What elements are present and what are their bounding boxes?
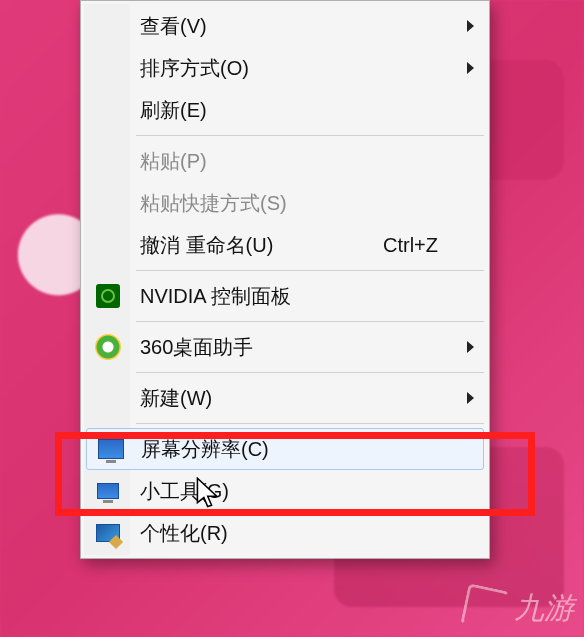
- submenu-arrow-icon: [467, 392, 474, 404]
- menu-separator: [136, 372, 484, 373]
- menu-nvidia-label: NVIDIA 控制面板: [140, 283, 291, 310]
- personalize-icon: [94, 519, 122, 547]
- menu-refresh-label: 刷新(E): [140, 97, 207, 124]
- menu-sort-by[interactable]: 排序方式(O): [84, 47, 486, 89]
- menu-undo-rename[interactable]: 撤消 重命名(U) Ctrl+Z: [84, 224, 486, 266]
- menu-new-label: 新建(W): [140, 385, 212, 412]
- menu-paste-shortcut-label: 粘贴快捷方式(S): [140, 190, 287, 217]
- menu-separator: [136, 423, 484, 424]
- menu-refresh[interactable]: 刷新(E): [84, 89, 486, 131]
- submenu-arrow-icon: [467, 20, 474, 32]
- menu-personalize-label: 个性化(R): [140, 520, 228, 547]
- menu-undo-shortcut: Ctrl+Z: [383, 234, 466, 257]
- menu-paste: 粘贴(P): [84, 140, 486, 182]
- menu-separator: [136, 321, 484, 322]
- submenu-arrow-icon: [467, 62, 474, 74]
- menu-360-label: 360桌面助手: [140, 334, 253, 361]
- menu-resolution-label: 屏幕分辨率(C): [141, 436, 269, 463]
- menu-screen-resolution[interactable]: 屏幕分辨率(C): [86, 428, 484, 470]
- monitor-small-icon: [94, 477, 122, 505]
- menu-undo-label: 撤消 重命名(U): [140, 232, 273, 259]
- menu-view-label: 查看(V): [140, 13, 207, 40]
- 360-icon: [94, 333, 122, 361]
- menu-view[interactable]: 查看(V): [84, 5, 486, 47]
- menu-new[interactable]: 新建(W): [84, 377, 486, 419]
- menu-gadgets-label: 小工具(G): [140, 478, 229, 505]
- menu-separator: [136, 270, 484, 271]
- desktop-context-menu: 查看(V) 排序方式(O) 刷新(E) 粘贴(P) 粘贴快捷方式(S) 撤消 重…: [80, 0, 490, 559]
- menu-gadgets[interactable]: 小工具(G): [84, 470, 486, 512]
- monitor-icon: [97, 435, 125, 463]
- menu-paste-label: 粘贴(P): [140, 148, 207, 175]
- nvidia-icon: [94, 282, 122, 310]
- submenu-arrow-icon: [467, 341, 474, 353]
- menu-sort-label: 排序方式(O): [140, 55, 249, 82]
- menu-nvidia-control-panel[interactable]: NVIDIA 控制面板: [84, 275, 486, 317]
- menu-360-desktop-helper[interactable]: 360桌面助手: [84, 326, 486, 368]
- menu-personalize[interactable]: 个性化(R): [84, 512, 486, 554]
- menu-paste-shortcut: 粘贴快捷方式(S): [84, 182, 486, 224]
- menu-separator: [136, 135, 484, 136]
